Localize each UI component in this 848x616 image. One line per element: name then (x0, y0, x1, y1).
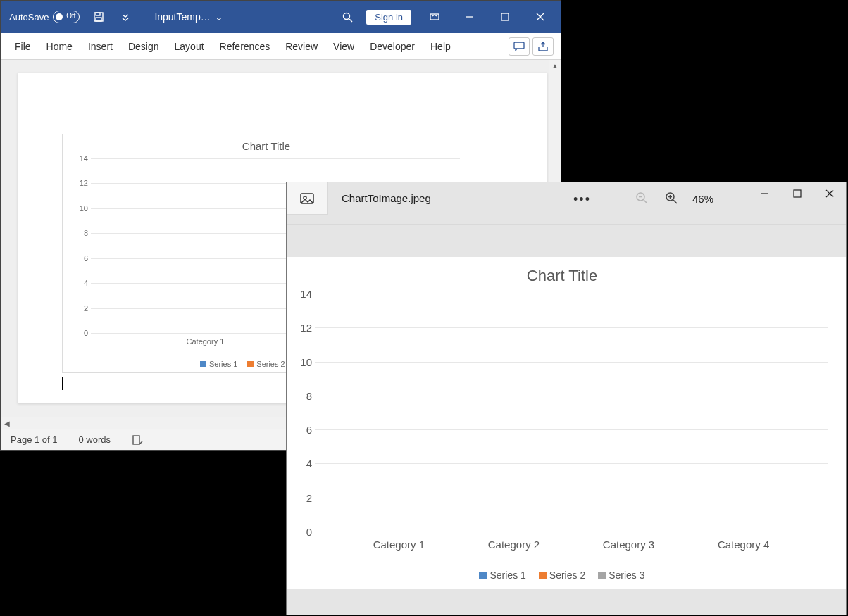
y-axis-tick: 6 (70, 254, 88, 263)
svg-rect-6 (514, 42, 524, 49)
y-axis-tick: 10 (291, 356, 312, 367)
y-axis-tick: 2 (70, 304, 88, 313)
legend-swatch (539, 572, 547, 579)
y-axis-tick: 6 (291, 424, 312, 436)
ribbon-tab-insert[interactable]: Insert (81, 35, 120, 58)
ribbon-tab-developer[interactable]: Developer (363, 35, 422, 58)
svg-rect-1 (96, 13, 100, 15)
legend-label: Series 3 (609, 570, 644, 581)
ribbon-tab-layout[interactable]: Layout (168, 35, 211, 58)
svg-rect-7 (133, 436, 139, 444)
y-axis-tick: 12 (70, 179, 88, 187)
ribbon-tab-file[interactable]: File (8, 35, 38, 58)
y-axis-tick: 8 (70, 229, 88, 237)
y-axis-tick: 10 (70, 204, 88, 213)
scroll-up-arrow-icon[interactable]: ▲ (549, 60, 561, 72)
zoom-level[interactable]: 46% (692, 191, 713, 205)
svg-rect-12 (794, 190, 801, 197)
category-label: Category 1 (187, 337, 225, 346)
photos-body: Chart Title02468101214Category 1Category… (287, 225, 846, 615)
ribbon-display-options-button[interactable] (418, 6, 451, 28)
svg-rect-2 (96, 18, 101, 21)
y-axis-tick: 14 (70, 154, 88, 163)
y-axis-tick: 12 (291, 322, 312, 334)
chart-legend: Series 1Series 2Series 3 (287, 570, 837, 581)
save-button[interactable] (87, 6, 111, 28)
y-axis-tick: 14 (291, 288, 312, 300)
photos-footer-spacer (287, 589, 846, 615)
photos-toolbar-spacer (287, 225, 846, 257)
photos-titlebar: ChartToImage.jpeg ••• 46% (287, 182, 846, 225)
y-axis-tick: 4 (70, 279, 88, 287)
search-button[interactable] (335, 6, 359, 28)
chart-title: Chart Title (287, 257, 837, 291)
ribbon-tab-design[interactable]: Design (121, 35, 166, 58)
more-commands-button[interactable] (113, 6, 137, 28)
photos-viewport[interactable]: Chart Title02468101214Category 1Category… (287, 257, 846, 589)
legend-swatch (598, 572, 606, 579)
document-title[interactable]: InputTemp… ⌄ (154, 11, 223, 23)
text-cursor (62, 377, 63, 390)
chart-title: Chart Title (63, 134, 470, 155)
category-label: Category 4 (718, 539, 769, 551)
category-label: Category 2 (488, 539, 540, 551)
legend-swatch (200, 361, 206, 367)
ribbon-tab-references[interactable]: References (213, 35, 278, 58)
proofing-button[interactable] (132, 434, 143, 446)
maximize-button[interactable] (489, 6, 521, 28)
zoom-in-button[interactable] (663, 189, 680, 206)
signin-button[interactable]: Sign in (366, 10, 411, 25)
legend-swatch (247, 361, 254, 367)
y-axis-tick: 0 (70, 329, 88, 337)
legend-label: Series 2 (549, 570, 585, 581)
photos-close-button[interactable] (813, 182, 846, 205)
ribbon-tab-view[interactable]: View (326, 35, 361, 58)
photos-window: ChartToImage.jpeg ••• 46% (286, 182, 847, 615)
photos-chart-image: Chart Title02468101214Category 1Category… (287, 257, 837, 589)
category-label: Category 1 (373, 539, 425, 551)
minimize-button[interactable] (454, 6, 486, 28)
svg-point-3 (344, 13, 350, 20)
photos-filename: ChartToImage.jpeg (328, 182, 445, 204)
y-axis-tick: 8 (291, 389, 312, 401)
ribbon-tab-help[interactable]: Help (423, 35, 458, 58)
legend-swatch (479, 572, 487, 579)
y-axis-tick: 4 (291, 458, 312, 470)
y-axis-tick: 2 (291, 491, 312, 503)
photos-app-icon[interactable] (287, 182, 328, 215)
autosave-toggle[interactable]: AutoSave Off (5, 11, 84, 23)
legend-label: Series 1 (490, 570, 525, 581)
close-button[interactable] (524, 6, 556, 28)
svg-rect-5 (501, 13, 509, 20)
autosave-label: AutoSave (9, 12, 49, 23)
page-indicator[interactable]: Page 1 of 1 (11, 434, 58, 445)
autosave-switch-icon[interactable]: Off (53, 11, 80, 23)
ribbon-tab-home[interactable]: Home (39, 35, 80, 58)
legend-label: Series 1 (209, 360, 237, 368)
photos-minimize-button[interactable] (749, 182, 781, 205)
legend-label: Series 2 (256, 360, 285, 368)
y-axis-tick: 0 (291, 526, 312, 538)
chevron-down-icon: ⌄ (215, 11, 223, 23)
word-count[interactable]: 0 words (79, 434, 111, 445)
more-options-button[interactable]: ••• (559, 182, 605, 207)
category-label: Category 3 (603, 539, 654, 551)
zoom-out-button[interactable] (633, 189, 650, 206)
word-titlebar: AutoSave Off InputTemp… ⌄ Sign in (1, 1, 561, 33)
photos-maximize-button[interactable] (781, 182, 813, 205)
share-button[interactable] (532, 37, 554, 56)
ribbon-tab-review[interactable]: Review (278, 35, 325, 58)
comments-button[interactable] (509, 37, 530, 56)
ribbon: File Home Insert Design Layout Reference… (1, 33, 561, 60)
autosave-state: Off (66, 12, 75, 20)
scroll-left-arrow-icon[interactable]: ◀ (1, 417, 13, 429)
